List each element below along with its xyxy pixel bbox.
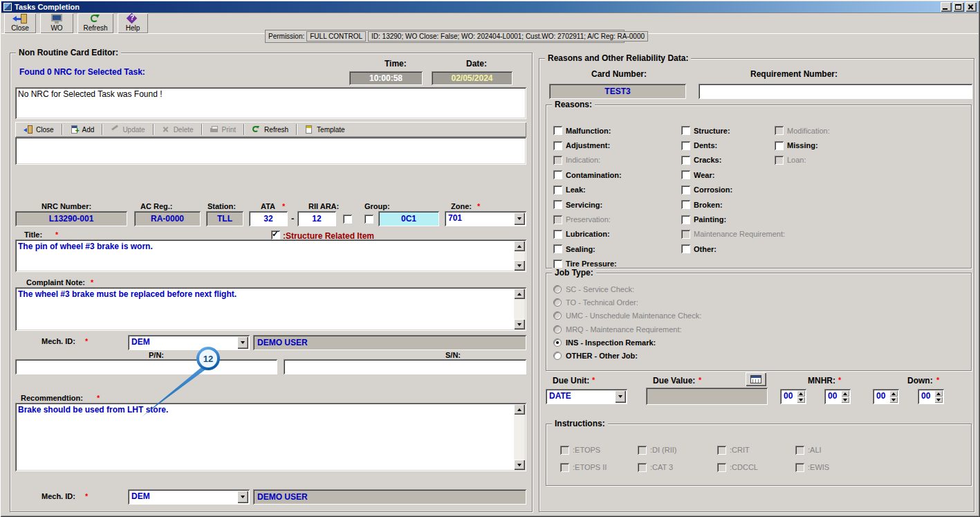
dropdown-arrow-icon[interactable] bbox=[237, 491, 248, 503]
nrc-message-textarea[interactable]: No NRC for Selected Task was Found ! bbox=[15, 87, 526, 119]
spinner-up-button[interactable] bbox=[934, 390, 943, 397]
mini-close-button[interactable]: Close bbox=[19, 123, 58, 136]
reason-sealing[interactable]: Sealing: bbox=[553, 242, 622, 256]
reason-corrosion[interactable]: Corrosion: bbox=[681, 183, 785, 197]
checkbox-icon[interactable] bbox=[681, 200, 690, 209]
mini-add-button[interactable]: Add bbox=[66, 123, 99, 136]
zone-combobox[interactable]: 701 bbox=[445, 211, 526, 226]
spinner-up-button[interactable] bbox=[889, 390, 898, 397]
pn-input[interactable] bbox=[15, 359, 277, 374]
checkbox-icon[interactable] bbox=[553, 244, 562, 253]
vertical-scrollbar[interactable] bbox=[514, 289, 525, 329]
reason-servicing[interactable]: Servicing: bbox=[553, 197, 622, 212]
vertical-scrollbar[interactable] bbox=[514, 404, 525, 470]
requirement-number-input[interactable] bbox=[699, 84, 972, 99]
reason-contamination[interactable]: Contamination: bbox=[553, 167, 622, 182]
checkbox-icon[interactable] bbox=[775, 141, 784, 150]
close-window-button[interactable] bbox=[965, 2, 977, 12]
ata-chapter-input[interactable]: 32 bbox=[249, 211, 288, 226]
reason-wear[interactable]: Wear: bbox=[681, 167, 785, 182]
mini-update-button: Update bbox=[106, 123, 149, 136]
scroll-down-button[interactable] bbox=[514, 319, 525, 329]
recommendation-textarea[interactable]: Brake should be used from LHT store. bbox=[15, 403, 526, 471]
minimize-button[interactable] bbox=[941, 2, 952, 12]
group-field: 0C1 bbox=[378, 211, 439, 226]
complaint-textarea[interactable]: The wheel #3 brake must be replaced befo… bbox=[15, 287, 526, 331]
spinner-down-button[interactable] bbox=[889, 397, 898, 403]
checkbox-icon[interactable] bbox=[553, 141, 562, 150]
ata-section-input[interactable]: 12 bbox=[297, 211, 336, 226]
vertical-scrollbar[interactable] bbox=[514, 241, 525, 271]
maximize-button[interactable] bbox=[953, 2, 964, 12]
checkbox-icon[interactable] bbox=[553, 170, 562, 179]
spinner-down-button[interactable] bbox=[841, 397, 849, 403]
reason-maintenance-requirement: Maintenance Requirement: bbox=[681, 227, 785, 242]
checkbox-icon[interactable] bbox=[681, 156, 690, 165]
dropdown-arrow-icon[interactable] bbox=[514, 212, 525, 225]
required-marker: * bbox=[838, 376, 841, 384]
down-spinner-1[interactable]: 00 bbox=[873, 389, 899, 404]
reason-broken[interactable]: Broken: bbox=[681, 197, 785, 212]
reason-lubrication[interactable]: Lubrication: bbox=[553, 227, 622, 242]
checkbox-icon[interactable] bbox=[681, 244, 690, 253]
checkbox-icon[interactable] bbox=[681, 141, 690, 150]
mini-refresh-button[interactable]: Refresh bbox=[248, 123, 293, 136]
calendar-button[interactable] bbox=[746, 372, 766, 386]
checkbox-icon[interactable] bbox=[553, 185, 562, 194]
mnhr-spinner-1[interactable]: 00 bbox=[780, 389, 806, 404]
dropdown-arrow-icon[interactable] bbox=[615, 390, 626, 403]
job-type-ins[interactable]: INS - Inspection Remark: bbox=[553, 336, 701, 349]
permission-bar: Permission: FULL CONTROL ID: 13290; WO C… bbox=[265, 30, 625, 43]
checkbox-icon[interactable] bbox=[553, 126, 562, 135]
nrc-list-textarea[interactable] bbox=[15, 137, 526, 165]
help-button[interactable]: Help bbox=[118, 13, 148, 33]
title-textarea[interactable]: The pin of wheel #3 brake is worn. bbox=[15, 239, 526, 272]
spinner-down-button[interactable] bbox=[797, 397, 805, 403]
spinner-up-button[interactable] bbox=[841, 390, 849, 397]
reason-structure[interactable]: Structure: bbox=[681, 123, 785, 138]
scroll-up-button[interactable] bbox=[514, 241, 525, 251]
mech-id2-combobox[interactable]: DEM bbox=[128, 489, 250, 505]
mnhr-spinner-2[interactable]: 00 bbox=[824, 389, 851, 404]
reason-other[interactable]: Other: bbox=[681, 242, 785, 256]
radio-icon[interactable] bbox=[553, 338, 562, 347]
rii-checkbox[interactable] bbox=[343, 215, 352, 224]
checkbox-icon[interactable] bbox=[553, 200, 562, 209]
scroll-up-button[interactable] bbox=[514, 404, 525, 415]
close-button[interactable]: Close bbox=[4, 13, 36, 33]
mech-id-combobox[interactable]: DEM bbox=[128, 335, 250, 350]
scroll-down-button[interactable] bbox=[514, 460, 525, 470]
dropdown-arrow-icon[interactable] bbox=[237, 336, 248, 349]
reason-adjustment[interactable]: Adjustment: bbox=[553, 138, 622, 152]
refresh-button[interactable]: Refresh bbox=[77, 13, 113, 33]
reason-leak[interactable]: Leak: bbox=[553, 183, 622, 197]
wo-button[interactable]: WO bbox=[40, 13, 73, 33]
job-type-other[interactable]: OTHER - Other Job: bbox=[553, 349, 701, 362]
scroll-down-button[interactable] bbox=[514, 260, 525, 271]
checkbox-icon[interactable] bbox=[681, 126, 690, 135]
recommendation-label: Recommendtion: bbox=[21, 394, 83, 402]
sn-input[interactable] bbox=[284, 359, 526, 374]
mini-template-button[interactable]: Template bbox=[300, 123, 349, 136]
checkbox-icon[interactable] bbox=[681, 185, 690, 194]
reason-painting[interactable]: Painting: bbox=[681, 212, 785, 226]
down-spinner-2[interactable]: 00 bbox=[918, 389, 944, 404]
checkbox-icon[interactable] bbox=[681, 215, 690, 224]
reason-missing[interactable]: Missing: bbox=[775, 138, 830, 152]
checkbox-icon bbox=[553, 215, 562, 224]
spinner-up-button[interactable] bbox=[797, 390, 805, 397]
minimize-icon bbox=[943, 8, 947, 10]
checkbox-icon[interactable] bbox=[553, 230, 562, 239]
scroll-up-button[interactable] bbox=[514, 289, 525, 299]
reason-dents[interactable]: Dents: bbox=[681, 138, 785, 152]
due-unit-combobox[interactable]: DATE bbox=[546, 389, 627, 404]
reason-malfunction[interactable]: Malfunction: bbox=[553, 123, 622, 138]
checkbox-icon[interactable] bbox=[553, 260, 562, 269]
reason-cracks[interactable]: Cracks: bbox=[681, 153, 785, 167]
checkbox-icon[interactable] bbox=[681, 170, 690, 179]
radio-icon[interactable] bbox=[553, 352, 562, 360]
structure-related-checkbox[interactable] bbox=[271, 230, 280, 239]
spinner-down-button[interactable] bbox=[934, 397, 943, 403]
ara-checkbox[interactable] bbox=[364, 215, 373, 224]
reason-label: Other: bbox=[694, 245, 716, 253]
